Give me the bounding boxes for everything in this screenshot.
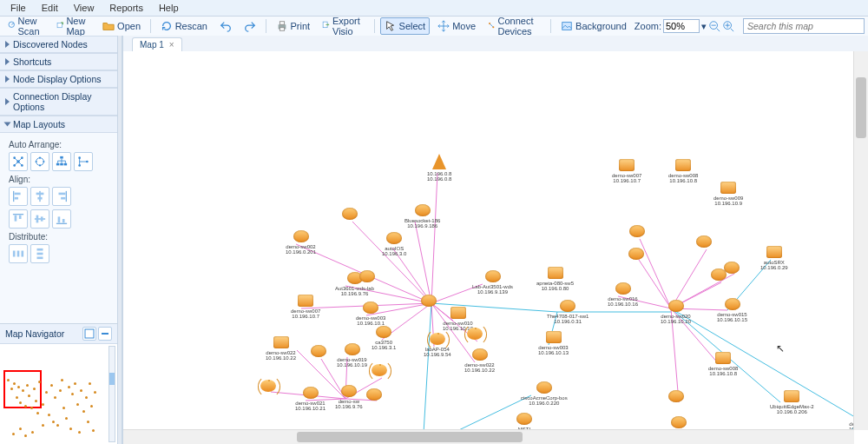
- main-area: Discovered Nodes Shortcuts Node Display …: [0, 36, 868, 36]
- zoom-out-icon[interactable]: [708, 20, 720, 32]
- select-tool-button[interactable]: Select: [380, 17, 431, 35]
- print-icon: [276, 20, 288, 32]
- new-scan-button[interactable]: New Scan: [3, 13, 49, 36]
- menu-help[interactable]: Help: [152, 2, 186, 14]
- radar-icon: [8, 20, 16, 32]
- menu-view[interactable]: View: [67, 2, 102, 14]
- cursor-icon: [385, 20, 397, 32]
- tab-bar: Map 1 ×: [123, 36, 868, 36]
- export-visio-button[interactable]: Export Visio: [318, 13, 369, 36]
- sidebar: Discovered Nodes Shortcuts Node Display …: [0, 36, 118, 36]
- background-button[interactable]: Background: [556, 17, 631, 35]
- toolbar-separator: [550, 19, 551, 33]
- undo-button[interactable]: [215, 17, 236, 35]
- toolbar: New Scan New Map Open Rescan Print Expor…: [0, 17, 868, 36]
- redo-icon: [244, 20, 256, 32]
- print-label: Print: [291, 21, 311, 31]
- menu-reports[interactable]: Reports: [102, 2, 150, 14]
- zoom-input[interactable]: [663, 19, 700, 33]
- select-label: Select: [399, 21, 426, 31]
- redo-button[interactable]: [240, 17, 260, 35]
- new-scan-label: New Scan: [18, 16, 45, 36]
- svg-rect-4: [279, 28, 284, 31]
- toolbar-separator: [266, 19, 266, 33]
- zoom-in-icon[interactable]: [722, 20, 734, 32]
- menu-bar: File Edit View Reports Help: [0, 0, 868, 17]
- move-icon: [437, 20, 450, 32]
- move-tool-button[interactable]: Move: [433, 17, 480, 35]
- image-icon: [561, 20, 573, 32]
- svg-rect-1: [57, 23, 62, 27]
- menu-file[interactable]: File: [3, 2, 33, 14]
- connect-devices-button[interactable]: Connect Devices: [483, 13, 545, 36]
- zoom-group: Zoom: ▾: [635, 19, 734, 33]
- canvas-wrap: Map 1 × ↖ SRX240H2-22310.196.0.223SRX240…: [122, 36, 868, 36]
- zoom-dropdown-icon[interactable]: ▾: [701, 22, 707, 31]
- connect-icon: [488, 20, 495, 32]
- new-map-button[interactable]: New Map: [52, 13, 95, 36]
- open-button[interactable]: Open: [98, 17, 145, 35]
- print-button[interactable]: Print: [272, 17, 315, 35]
- undo-icon: [220, 20, 232, 32]
- folder-open-icon: [102, 20, 115, 32]
- new-map-icon: [56, 20, 63, 32]
- zoom-label: Zoom:: [635, 21, 661, 31]
- refresh-icon: [161, 20, 173, 32]
- move-label: Move: [452, 21, 476, 31]
- toolbar-separator: [150, 19, 151, 33]
- toolbar-separator: [374, 19, 375, 33]
- svg-rect-8: [562, 23, 572, 30]
- open-label: Open: [117, 21, 141, 31]
- export-icon: [322, 20, 330, 32]
- search-input[interactable]: [743, 18, 865, 34]
- menu-edit[interactable]: Edit: [35, 2, 65, 14]
- export-visio-label: Export Visio: [332, 16, 365, 36]
- background-label: Background: [575, 21, 627, 31]
- panel-discovered-nodes[interactable]: Discovered Nodes: [0, 36, 117, 36]
- connect-label: Connect Devices: [497, 16, 541, 36]
- rescan-label: Rescan: [175, 21, 207, 31]
- rescan-button[interactable]: Rescan: [156, 17, 212, 35]
- new-map-label: New Map: [66, 16, 90, 36]
- svg-rect-3: [279, 22, 284, 25]
